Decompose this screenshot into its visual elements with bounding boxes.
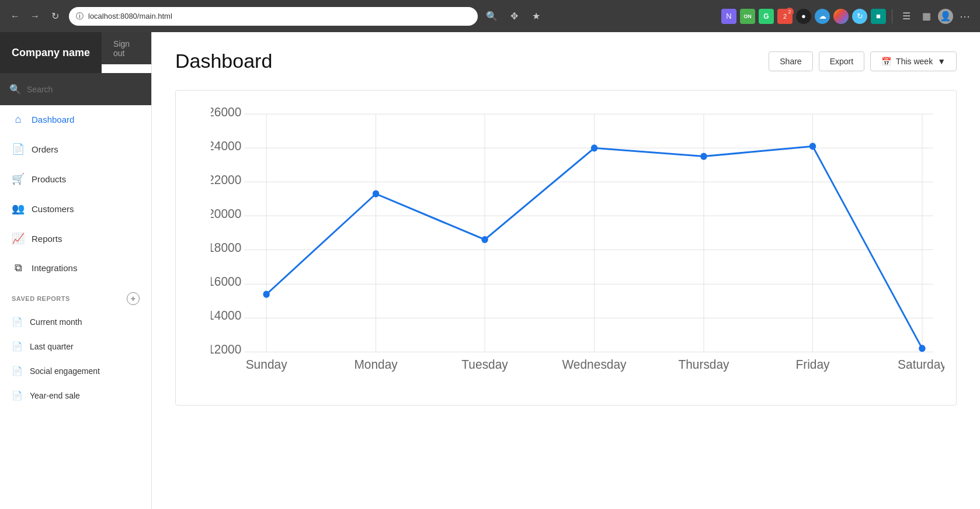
- tabs-icon[interactable]: ▦: [918, 8, 934, 25]
- report-icon: 📄: [12, 317, 23, 327]
- page-header: Dashboard Share Export 📅 This week ▼: [175, 50, 957, 72]
- report-icon: 📄: [12, 366, 23, 376]
- sidebar-item-label: Orders: [32, 144, 140, 154]
- back-button[interactable]: ←: [7, 8, 23, 25]
- svg-text:26000: 26000: [211, 105, 241, 120]
- share-button[interactable]: Share: [769, 51, 812, 71]
- ext-grammarly-icon[interactable]: G: [759, 9, 774, 24]
- sidebar-item-label: Reports: [32, 234, 140, 244]
- svg-text:14000: 14000: [211, 308, 241, 323]
- page-area: Dashboard Share Export 📅 This week ▼: [152, 32, 980, 509]
- data-point-friday: [809, 143, 816, 150]
- data-point-saturday: [919, 345, 925, 352]
- sidebar: Company name Sign out 🔍 ⌂ Dashboard 📄 Or…: [0, 32, 152, 509]
- sidebar-item-dashboard[interactable]: ⌂ Dashboard: [0, 105, 151, 134]
- ext-onenote-icon[interactable]: N: [721, 9, 736, 24]
- line-chart: 26000 24000 22000 20000 18000 16000 1400…: [211, 102, 944, 376]
- sidebar-item-products[interactable]: 🛒 Products: [0, 164, 151, 194]
- layers-icon: ⧉: [12, 262, 25, 274]
- app-container: Company name Sign out 🔍 ⌂ Dashboard 📄 Or…: [0, 32, 980, 509]
- data-point-sunday: [263, 291, 269, 298]
- sidebar-item-label: Products: [32, 174, 140, 184]
- sign-out-button[interactable]: Sign out: [102, 32, 151, 64]
- sidebar-item-label: Integrations: [32, 263, 140, 273]
- sidebar-item-reports[interactable]: 📈 Reports: [0, 224, 151, 254]
- orders-icon: 📄: [12, 143, 25, 155]
- svg-text:24000: 24000: [211, 138, 241, 154]
- sidebar-item-orders[interactable]: 📄 Orders: [0, 134, 151, 164]
- svg-text:18000: 18000: [211, 240, 241, 255]
- person-icon: 👥: [12, 202, 25, 215]
- svg-text:Tuesday: Tuesday: [461, 356, 508, 372]
- browser-chrome: ← → ↻ ⓘ localhost:8080/main.html 🔍 ✥ ★ N…: [0, 0, 980, 32]
- data-point-wednesday: [591, 144, 597, 151]
- report-item-last-quarter[interactable]: 📄 Last quarter: [0, 334, 151, 359]
- address-bar[interactable]: ⓘ localhost:8080/main.html: [69, 7, 478, 26]
- main-content: Dashboard Share Export 📅 This week ▼: [152, 32, 980, 509]
- svg-text:Sunday: Sunday: [246, 356, 287, 372]
- bookmark-icon[interactable]: ★: [528, 8, 544, 25]
- chart-container: 26000 24000 22000 20000 18000 16000 1400…: [175, 90, 957, 406]
- report-icon: 📄: [12, 341, 23, 352]
- info-icon: ⓘ: [76, 11, 84, 22]
- page-title: Dashboard: [175, 50, 272, 72]
- nav-buttons: ← → ↻: [7, 8, 63, 25]
- search-bar[interactable]: 🔍: [0, 73, 151, 105]
- forward-button[interactable]: →: [27, 8, 43, 25]
- svg-text:22000: 22000: [211, 172, 241, 188]
- saved-reports-header: SAVED REPORTS +: [0, 283, 151, 310]
- ext-refresh-icon[interactable]: ↻: [852, 9, 867, 24]
- calendar-icon: 📅: [881, 57, 891, 66]
- more-icon[interactable]: ⋯: [957, 8, 973, 25]
- report-item-current-month[interactable]: 📄 Current month: [0, 310, 151, 334]
- bar-chart-icon: 📈: [12, 232, 25, 245]
- sidebar-item-customers[interactable]: 👥 Customers: [0, 194, 151, 224]
- sidebar-item-integrations[interactable]: ⧉ Integrations: [0, 254, 151, 283]
- url-text: localhost:8080/main.html: [88, 12, 172, 20]
- ext-black-icon[interactable]: ●: [796, 9, 811, 24]
- company-name: Company name: [0, 32, 102, 73]
- ext-teal-icon[interactable]: ■: [871, 9, 886, 24]
- add-report-button[interactable]: +: [127, 292, 140, 305]
- sidebar-item-label: Customers: [32, 204, 140, 214]
- user-avatar[interactable]: 👤: [938, 9, 953, 24]
- svg-text:16000: 16000: [211, 274, 241, 289]
- svg-text:Wednesday: Wednesday: [562, 356, 626, 372]
- data-point-tuesday: [481, 236, 488, 243]
- nav-items: ⌂ Dashboard 📄 Orders 🛒 Products 👥 Custom…: [0, 105, 151, 283]
- data-point-thursday: [700, 153, 707, 160]
- ext-blue-icon[interactable]: ☁: [815, 9, 830, 24]
- svg-text:Saturday: Saturday: [898, 356, 944, 372]
- home-icon: ⌂: [12, 113, 25, 126]
- ext-red-icon[interactable]: 2 2: [777, 9, 793, 24]
- svg-text:12000: 12000: [211, 342, 241, 357]
- divider: [892, 9, 892, 23]
- ext-on-icon[interactable]: ON: [740, 9, 755, 24]
- extension-icons: N ON G 2 2 ● ☁ ↻ ■ ☰ ▦ 👤 ⋯: [721, 8, 973, 25]
- report-item-social-engagement[interactable]: 📄 Social engagement: [0, 359, 151, 383]
- chevron-down-icon: ▼: [937, 57, 946, 66]
- search-input[interactable]: [27, 85, 142, 94]
- svg-text:Monday: Monday: [354, 356, 398, 372]
- search-icon[interactable]: 🔍: [484, 8, 500, 25]
- search-icon: 🔍: [9, 84, 21, 95]
- header-actions: Share Export 📅 This week ▼: [769, 51, 957, 71]
- data-point-monday: [373, 191, 379, 198]
- sidebar-item-label: Dashboard: [32, 115, 140, 124]
- refresh-button[interactable]: ↻: [47, 8, 63, 25]
- report-icon: 📄: [12, 390, 23, 401]
- svg-text:20000: 20000: [211, 206, 241, 221]
- svg-text:Friday: Friday: [795, 356, 829, 372]
- bookmark-list-icon[interactable]: ☰: [898, 8, 915, 25]
- svg-text:Thursday: Thursday: [678, 356, 729, 372]
- ext-multi-icon[interactable]: [833, 9, 849, 24]
- cart-icon: 🛒: [12, 172, 25, 185]
- extension-icon[interactable]: ✥: [506, 8, 522, 25]
- report-item-year-end-sale[interactable]: 📄 Year-end sale: [0, 383, 151, 408]
- export-button[interactable]: Export: [819, 51, 864, 71]
- saved-reports-list: 📄 Current month 📄 Last quarter 📄 Social …: [0, 310, 151, 408]
- period-selector[interactable]: 📅 This week ▼: [870, 51, 957, 71]
